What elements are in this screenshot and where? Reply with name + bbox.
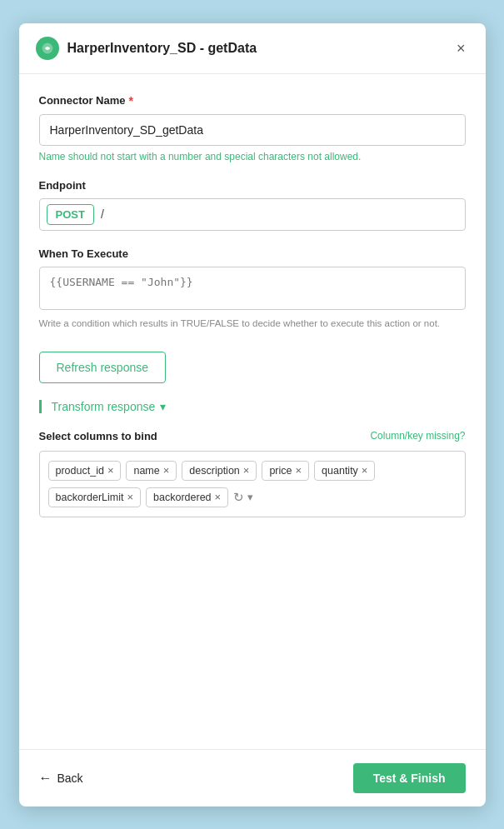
tag-remove-button[interactable]: × [215,492,222,502]
endpoint-group: Endpoint POST / [39,179,466,231]
transform-section: Transform response ▾ [39,400,466,413]
endpoint-path: / [101,207,104,221]
tags-wrapper: product_id×name×description×price×quanti… [48,460,457,508]
tag-remove-button[interactable]: × [295,465,302,476]
connector-name-label: Connector Name * [39,94,466,107]
connector-name-group: Connector Name * Name should not start w… [39,94,466,162]
tag-remove-button[interactable]: × [243,465,250,476]
tag-item: price× [262,461,309,481]
tag-label: quantity [322,465,358,477]
back-button[interactable]: ← Back [39,771,83,786]
back-label: Back [57,772,83,785]
refresh-response-button[interactable]: Refresh response [39,352,167,383]
tag-label: backorderLimit [56,492,124,503]
tag-item: product_id× [48,461,122,481]
modal-header: HarperInventory_SD - getData × [19,23,486,74]
rotate-icon: ↻ [233,490,244,505]
tag-remove-button[interactable]: × [362,465,368,476]
tag-label: product_id [56,465,104,477]
endpoint-label: Endpoint [39,179,466,192]
modal-title: HarperInventory_SD - getData [67,41,445,56]
close-button[interactable]: × [453,37,469,59]
transform-label: Transform response [52,400,156,413]
tag-label: name [133,465,159,477]
tag-refresh-icon[interactable]: ↻▾ [233,490,253,505]
tag-remove-button[interactable]: × [163,465,170,476]
required-marker: * [129,94,133,107]
tags-container: product_id×name×description×price×quanti… [39,451,466,517]
tag-item: name× [126,461,177,481]
condition-hint: Write a condition which results in TRUE/… [39,318,466,328]
connector-name-helper: Name should not start with a number and … [39,151,466,162]
connector-icon [36,37,59,60]
bind-label: Select columns to bind [39,430,157,442]
modal-body: Connector Name * Name should not start w… [19,74,486,749]
tag-item: backorderLimit× [48,487,142,507]
connector-name-input[interactable] [39,114,466,146]
column-missing-link[interactable]: Column/key missing? [370,430,465,442]
tag-label: price [269,465,292,477]
when-to-execute-label: When To Execute [39,247,466,260]
tag-item: backordered× [146,487,228,507]
test-finish-button[interactable]: Test & Finish [353,763,466,793]
tag-remove-button[interactable]: × [107,465,114,476]
modal-footer: ← Back Test & Finish [19,749,486,807]
tag-label: description [189,465,239,477]
chevron-tag-icon: ▾ [247,491,253,503]
tag-label: backordered [153,492,212,503]
tag-remove-button[interactable]: × [127,492,133,502]
transform-header[interactable]: Transform response ▾ [52,400,466,413]
when-to-execute-input[interactable] [39,267,466,310]
bind-header: Select columns to bind Column/key missin… [39,430,466,442]
tag-item: quantity× [314,461,375,481]
chevron-down-icon: ▾ [160,400,166,413]
endpoint-row: POST / [39,198,466,231]
tag-item: description× [182,461,257,481]
modal-container: HarperInventory_SD - getData × Connector… [19,23,486,807]
bind-section: Select columns to bind Column/key missin… [39,430,466,517]
back-arrow-icon: ← [39,771,52,786]
post-method-button[interactable]: POST [47,204,94,225]
when-to-execute-group: When To Execute Write a condition which … [39,247,466,328]
